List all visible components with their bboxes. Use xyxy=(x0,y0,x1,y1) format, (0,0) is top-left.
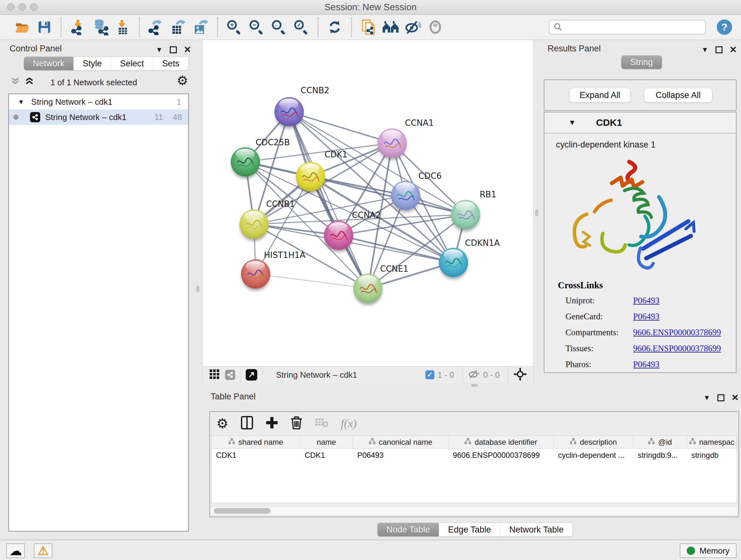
pan-crosshair-icon[interactable] xyxy=(514,368,527,382)
hide-selected-icon[interactable] xyxy=(404,18,422,36)
network-edge[interactable] xyxy=(256,274,368,288)
network-collection-row[interactable]: ▼ String Network – cdk1 1 xyxy=(9,94,188,110)
zoom-fit-content-icon[interactable]: ⌐ xyxy=(270,18,288,36)
export-image-icon[interactable] xyxy=(192,18,210,36)
column-header-name[interactable]: name xyxy=(300,436,353,448)
float-panel-icon[interactable] xyxy=(718,394,724,401)
network-row[interactable]: String Network – cdk1 11 48 xyxy=(9,110,188,125)
zoom-in-icon[interactable]: + xyxy=(225,18,243,36)
control-panel-tabs[interactable]: NetworkStyleSelectSets xyxy=(23,57,189,71)
table-cell[interactable]: stringdb xyxy=(687,449,737,462)
float-panel-icon[interactable] xyxy=(716,46,723,53)
export-network-icon[interactable] xyxy=(147,18,165,36)
column-header-shared-name[interactable]: shared name xyxy=(212,436,300,448)
detach-view-icon[interactable] xyxy=(246,369,257,381)
close-panel-icon[interactable]: ✕ xyxy=(730,44,737,55)
collection-expander-icon[interactable]: ▼ xyxy=(18,98,24,106)
save-session-icon[interactable] xyxy=(36,18,53,36)
tab-style[interactable]: Style xyxy=(73,57,111,70)
show-columns-icon[interactable] xyxy=(241,416,253,431)
cloud-button[interactable]: ☁ xyxy=(6,543,25,558)
table-settings-gear-icon[interactable]: ⚙ xyxy=(216,416,228,431)
table-panel-tabs[interactable]: Node TableEdge TableNetwork Table xyxy=(377,523,573,537)
import-network-from-database-icon[interactable] xyxy=(91,18,109,36)
close-panel-icon[interactable]: ✕ xyxy=(184,44,191,55)
network-node-cdkn1a[interactable] xyxy=(439,248,468,277)
network-node-hist1h1a[interactable] xyxy=(241,259,270,289)
refresh-view-icon[interactable] xyxy=(326,18,344,36)
float-panel-icon[interactable] xyxy=(170,46,177,53)
network-node-ccne1[interactable] xyxy=(353,273,383,303)
left-splitter-handle[interactable] xyxy=(196,286,199,293)
tab-node-table[interactable]: Node Table xyxy=(378,523,439,537)
warnings-button[interactable]: ⚠ xyxy=(34,543,52,558)
tab-network-table[interactable]: Network Table xyxy=(500,523,573,537)
network-node-cdk1[interactable] xyxy=(296,162,325,191)
table-cell[interactable]: CDK1 xyxy=(300,449,353,462)
expand-all-icon[interactable] xyxy=(25,77,34,86)
global-search-field[interactable] xyxy=(549,20,706,35)
network-node-cdc25b[interactable] xyxy=(231,147,260,177)
tab-network[interactable]: Network xyxy=(24,57,73,70)
tab-select[interactable]: Select xyxy=(111,57,153,70)
selected-checkbox-icon[interactable]: ✓ xyxy=(425,370,434,379)
column-header-database-identifier[interactable]: database identifier xyxy=(448,436,554,448)
network-options-gear-icon[interactable]: ⚙ xyxy=(177,73,188,88)
crosslink-link[interactable]: 9606.ENSP00000378699 xyxy=(633,327,721,337)
panel-menu-icon[interactable]: ▼ xyxy=(701,46,709,54)
import-network-from-file-icon[interactable] xyxy=(69,18,87,36)
open-session-icon[interactable] xyxy=(13,18,31,36)
panel-menu-icon[interactable]: ▼ xyxy=(703,394,711,402)
add-column-icon[interactable] xyxy=(266,416,278,430)
entry-header[interactable]: ▼ CDK1 xyxy=(544,112,736,133)
search-input[interactable] xyxy=(563,22,701,33)
toggle-graphics-details-icon[interactable] xyxy=(382,18,400,36)
zoom-out-icon[interactable]: − xyxy=(248,18,266,36)
network-canvas[interactable]: CCNB2CCNA1CDC25BCDK1CDC6RB1CCNB1CCNA2CDK… xyxy=(203,43,534,366)
column-header-canonical-name[interactable]: canonical name xyxy=(353,436,448,448)
table-cell[interactable]: CDK1 xyxy=(212,449,300,462)
clone-network-icon[interactable] xyxy=(359,18,377,36)
network-view-icon[interactable] xyxy=(225,370,235,380)
delete-table-icon[interactable] xyxy=(315,417,329,429)
crosslink-link[interactable]: P06493 xyxy=(633,360,660,369)
column-header-namespac[interactable]: namespac xyxy=(687,436,737,448)
network-node-cdc6[interactable] xyxy=(391,181,420,210)
show-all-icon[interactable] xyxy=(426,18,444,36)
bottom-splitter-handle[interactable] xyxy=(471,384,478,387)
table-cell[interactable]: P06493 xyxy=(353,449,448,462)
collapse-all-button[interactable]: Collapse All xyxy=(644,88,712,103)
grid-view-icon[interactable] xyxy=(210,369,219,380)
collapse-all-icon[interactable] xyxy=(11,77,20,86)
column-header--id[interactable]: @id xyxy=(633,436,687,448)
hidden-eye-icon[interactable] xyxy=(468,369,480,380)
crosslink-link[interactable]: 9606.ENSP00000378699 xyxy=(633,344,721,354)
memory-button[interactable]: Memory xyxy=(680,543,737,558)
network-node-ccna2[interactable] xyxy=(324,221,353,250)
tab-edge-table[interactable]: Edge Table xyxy=(439,523,500,537)
export-table-icon[interactable] xyxy=(170,18,187,36)
network-edge[interactable] xyxy=(289,112,368,288)
help-icon[interactable]: ? xyxy=(717,19,732,35)
crosslink-link[interactable]: P06493 xyxy=(633,296,660,306)
table-header-row[interactable]: shared namenamecanonical namedatabase id… xyxy=(212,436,737,449)
crosslink-link[interactable]: P06493 xyxy=(633,312,660,321)
network-node-rb1[interactable] xyxy=(451,200,480,229)
node-table[interactable]: shared namenamecanonical namedatabase id… xyxy=(211,435,737,503)
tab-sets[interactable]: Sets xyxy=(153,57,188,70)
tab-string[interactable]: String xyxy=(621,56,662,69)
table-row[interactable]: CDK1CDK1P064939606.ENSP00000378699cyclin… xyxy=(212,449,737,462)
panel-menu-icon[interactable]: ▼ xyxy=(156,46,163,54)
network-view[interactable]: CCNB2CCNA1CDC25BCDK1CDC6RB1CCNB1CCNA2CDK… xyxy=(202,40,534,383)
network-edge[interactable] xyxy=(289,112,392,143)
close-panel-icon[interactable]: ✕ xyxy=(731,392,739,403)
apply-function-icon[interactable]: f(x) xyxy=(341,417,357,430)
column-header-description[interactable]: description xyxy=(554,436,633,448)
entry-expander-icon[interactable]: ▼ xyxy=(569,118,576,127)
import-table-from-file-icon[interactable] xyxy=(114,18,131,36)
network-node-ccnb1[interactable] xyxy=(239,209,269,239)
scrollbar-thumb[interactable] xyxy=(214,508,271,514)
zoom-selected-icon[interactable]: ✓ xyxy=(292,18,310,36)
table-cell[interactable]: cyclin-dependent ... xyxy=(554,449,633,462)
expand-all-button[interactable]: Expand All xyxy=(569,88,630,103)
